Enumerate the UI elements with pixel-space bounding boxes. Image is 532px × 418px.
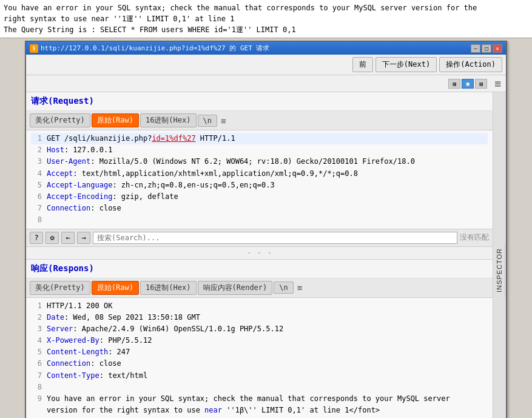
- response-tab-bar: 美化(Pretty) 原始(Raw) 16进制(Hex) 响应内容(Render…: [26, 278, 493, 298]
- response-content-area: 1HTTP/1.1 200 OK 2Date: Wed, 08 Sep 2021…: [26, 298, 493, 419]
- request-content-area: 1GET /sqli/kuanzijie.php?id=1%df%27 HTTP…: [26, 130, 493, 229]
- inspector-label[interactable]: INSPECTOR: [494, 243, 505, 297]
- request-no-match: 没有匹配: [460, 232, 489, 243]
- response-line-2: 2Date: Wed, 08 Sep 2021 13:50:18 GMT: [31, 312, 488, 323]
- view-row: ▤ ▣ ▤ ≡: [26, 75, 506, 92]
- minimize-button[interactable]: —: [471, 44, 480, 53]
- close-button[interactable]: ✕: [493, 44, 502, 53]
- error-line1: You have an error in your SQL syntax; ch…: [4, 4, 477, 12]
- request-line-4: 4Accept: text/html,application/xhtml+xml…: [31, 168, 488, 180]
- request-help-button[interactable]: ?: [30, 232, 43, 244]
- response-line-1: 1HTTP/1.1 200 OK: [31, 300, 488, 312]
- request-forward-button[interactable]: →: [77, 232, 90, 244]
- inspector-panel[interactable]: INSPECTOR: [493, 92, 506, 418]
- request-section-header: 请求(Request): [26, 92, 493, 111]
- window-icon: §: [30, 44, 38, 53]
- title-controls: — □ ✕: [471, 44, 502, 53]
- toolbar: 前 下一步(Next) 操作(Action): [26, 55, 506, 75]
- menu-icon[interactable]: ≡: [493, 77, 502, 90]
- tab-menu-request[interactable]: ≡: [218, 116, 228, 126]
- view-btn-3[interactable]: ▤: [475, 79, 487, 89]
- error-area: You have an error in your SQL syntax; ch…: [0, 0, 532, 38]
- tab-raw-response[interactable]: 原始(Raw): [92, 281, 139, 295]
- request-line-3: 3User-Agent: Mozilla/5.0 (Windows NT 6.2…: [31, 156, 488, 167]
- tab-raw-request[interactable]: 原始(Raw): [92, 113, 139, 127]
- request-search-bar: ? ⚙ ← → 没有匹配: [26, 229, 493, 247]
- response-line-7: 7Content-Type: text/html: [31, 370, 488, 382]
- tab-newline-response[interactable]: \n: [274, 281, 293, 294]
- tab-pretty-response[interactable]: 美化(Pretty): [30, 281, 90, 295]
- tab-newline-request[interactable]: \n: [198, 115, 217, 127]
- title-bar: § http://127.0.0.1/sqli/kuanzijie.php?id…: [26, 42, 506, 55]
- response-line-4: 4X-Powered-By: PHP/5.5.12: [31, 335, 488, 346]
- request-back-button[interactable]: ←: [61, 232, 75, 244]
- tab-hex-request[interactable]: 16进制(Hex): [140, 113, 197, 127]
- action-button[interactable]: 操作(Action): [439, 57, 502, 72]
- view-btn-1[interactable]: ▤: [448, 79, 460, 89]
- response-line-6: 6Connection: close: [31, 358, 488, 369]
- next-button[interactable]: 下一步(Next): [375, 57, 437, 72]
- response-line-5: 5Content-Length: 247: [31, 346, 488, 358]
- error-line2: right syntax to use near ''1運'' LIMIT 0,…: [4, 15, 234, 23]
- tab-hex-response[interactable]: 16进制(Hex): [140, 281, 197, 295]
- tab-render-response[interactable]: 响应内容(Render): [198, 281, 273, 295]
- response-line-8: 8: [31, 382, 488, 393]
- main-content: 请求(Request) 美化(Pretty) 原始(Raw) 16进制(Hex)…: [26, 92, 506, 418]
- request-line-5: 5Accept-Language: zh-cn,zh;q=0.8,en-us;q…: [31, 180, 488, 191]
- main-window: § http://127.0.0.1/sqli/kuanzijie.php?id…: [25, 41, 507, 418]
- highlight-param: id=1%df%27: [152, 134, 195, 143]
- request-settings-button[interactable]: ⚙: [45, 232, 59, 244]
- title-bar-left: § http://127.0.0.1/sqli/kuanzijie.php?id…: [30, 44, 269, 53]
- tab-pretty-request[interactable]: 美化(Pretty): [30, 113, 90, 127]
- request-line-2: 2Host: 127.0.0.1: [31, 144, 488, 156]
- prev-button[interactable]: 前: [352, 57, 373, 72]
- view-btn-2[interactable]: ▣: [462, 79, 474, 89]
- tab-menu-response[interactable]: ≡: [295, 283, 305, 292]
- error-line3: The Query String is : SELECT * FROM user…: [4, 25, 296, 34]
- request-line-8: 8: [31, 214, 488, 226]
- response-section-header: 响应(Respons): [26, 260, 493, 278]
- maximize-button[interactable]: □: [482, 44, 491, 53]
- request-line-6: 6Accept-Encoding: gzip, deflate: [31, 191, 488, 203]
- request-line-7: 7Connection: close: [31, 203, 488, 214]
- response-line-3: 3Server: Apache/2.4.9 (Win64) OpenSSL/1.…: [31, 323, 488, 335]
- request-line-1: 1GET /sqli/kuanzijie.php?id=1%df%27 HTTP…: [31, 133, 488, 144]
- request-search-input[interactable]: [93, 232, 457, 244]
- response-line-9: 9You have an error in your SQL syntax; c…: [31, 393, 488, 416]
- divider-dots: · · ·: [26, 247, 493, 260]
- window-title: http://127.0.0.1/sqli/kuanzijie.php?id=1…: [41, 44, 269, 53]
- panel-left: 请求(Request) 美化(Pretty) 原始(Raw) 16进制(Hex)…: [26, 92, 493, 418]
- request-tab-bar: 美化(Pretty) 原始(Raw) 16进制(Hex) \n ≡: [26, 111, 493, 130]
